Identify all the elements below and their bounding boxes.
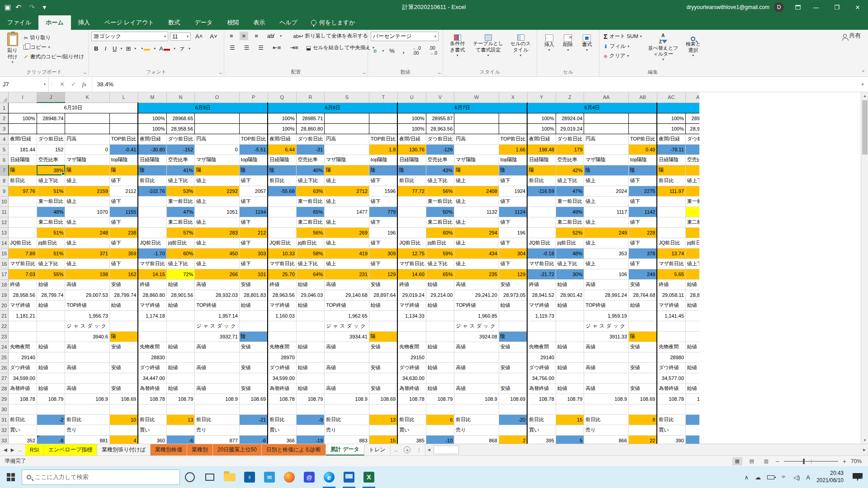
cell-J21[interactable] xyxy=(37,310,65,321)
date-header-1[interactable]: 6月9日 xyxy=(138,103,268,113)
cell-X30[interactable] xyxy=(499,404,527,414)
cell-U26[interactable]: ダウ終値 xyxy=(397,362,426,373)
normal-view-icon[interactable]: ▦ xyxy=(732,457,742,465)
cell-AB31[interactable]: 8 xyxy=(628,414,657,425)
cancel-entry-icon[interactable]: ✕ xyxy=(60,81,65,88)
cell-T18[interactable]: 安値 xyxy=(369,279,397,290)
cell-Q13[interactable] xyxy=(268,227,296,238)
cell-V25[interactable] xyxy=(426,352,454,362)
cell-AC3[interactable]: 100% xyxy=(657,123,685,134)
cell-U11[interactable] xyxy=(397,206,426,217)
zoom-in-icon[interactable]: + xyxy=(843,458,846,465)
cell-AB9[interactable]: 2275 xyxy=(628,186,657,196)
cell-AB8[interactable]: 値下 xyxy=(628,175,657,186)
cell-O30[interactable] xyxy=(195,404,240,414)
cell-AA31[interactable]: 前日比 xyxy=(584,414,629,425)
font-color-icon[interactable]: A xyxy=(156,44,173,53)
cell-O20[interactable]: TOP終値 xyxy=(195,300,240,310)
qat-customize-icon[interactable]: ▾ xyxy=(42,3,46,11)
cell-O5[interactable]: 0 xyxy=(195,144,240,155)
cell-Z4[interactable]: ダウ前日比 xyxy=(556,134,584,144)
cell-Z11[interactable]: 49% xyxy=(556,206,584,217)
cell-AC10[interactable] xyxy=(657,196,685,206)
cell-R13[interactable]: 56% xyxy=(296,227,325,238)
row-header-28[interactable]: 28 xyxy=(0,383,9,394)
sheet-tab-2[interactable]: 業種別張り付けば xyxy=(97,444,151,455)
cell-O22[interactable]: ジャスダック xyxy=(195,321,240,331)
cell-Q20[interactable]: マザ終値 xyxy=(268,300,296,310)
minimize-button[interactable]: — xyxy=(806,0,826,14)
cell-K12[interactable]: 値上 xyxy=(65,217,110,227)
horizontal-scrollbar[interactable]: ◀ ▶ xyxy=(425,444,868,455)
wrap-text-button[interactable]: ab↩折り返して全体を表示する xyxy=(292,32,369,40)
cell-R10[interactable]: 東一前日比 xyxy=(296,196,325,206)
cell-V3[interactable]: 28,963.56 xyxy=(426,123,454,134)
cell-S22[interactable]: ジャスダック xyxy=(325,321,369,331)
cell-V33[interactable]: -10 xyxy=(426,435,454,444)
cell-K19[interactable]: 29,007.53 xyxy=(65,290,110,300)
phonetic-guide-icon[interactable]: ㇷ゚ xyxy=(176,44,188,53)
cell-N14[interactable]: jq前日比 xyxy=(166,238,195,248)
cell-X26[interactable]: 安値 xyxy=(499,362,527,373)
cell-N26[interactable]: 始値 xyxy=(166,362,195,373)
cell-N9[interactable]: 53% xyxy=(166,186,195,196)
cell-T16[interactable]: 値下 xyxy=(369,258,397,269)
cell-X28[interactable]: 安値 xyxy=(499,383,527,394)
cell-AA11[interactable]: 1117 xyxy=(584,206,629,217)
cell-X23[interactable]: 陰 xyxy=(499,331,527,342)
cell-N7[interactable]: 41% xyxy=(166,165,195,175)
cell-L21[interactable] xyxy=(109,310,138,321)
cell-AC22[interactable] xyxy=(657,321,685,331)
row-header-5[interactable]: 5 xyxy=(0,144,9,155)
cell-Z19[interactable]: 28,901.42 xyxy=(556,290,584,300)
cell-T21[interactable] xyxy=(369,310,397,321)
cell-AB5[interactable]: 0.49 xyxy=(628,144,657,155)
cell-I25[interactable]: 29140 xyxy=(9,352,37,362)
cell-N10[interactable]: 東一前日比 xyxy=(166,196,195,206)
cell-W5[interactable] xyxy=(454,144,499,155)
cell-I6[interactable]: 日経陽陰 xyxy=(9,155,37,165)
cell-Y2[interactable]: 100% xyxy=(527,113,556,123)
cell-V12[interactable]: 東二前日比 xyxy=(426,217,454,227)
cell-L22[interactable] xyxy=(109,321,138,331)
row-header-18[interactable]: 18 xyxy=(0,279,9,290)
cell-AC24[interactable]: 先物夜間 xyxy=(657,342,685,352)
cell-K24[interactable]: 高値 xyxy=(65,342,110,352)
row-header-30[interactable]: 30 xyxy=(0,404,9,414)
cell-AB14[interactable]: 値下 xyxy=(628,238,657,248)
cell-V20[interactable]: 始値 xyxy=(426,300,454,310)
col-header-P[interactable]: P xyxy=(239,92,268,103)
underline-button[interactable]: U xyxy=(110,44,119,53)
cell-M32[interactable]: 買い xyxy=(138,425,166,435)
cell-Q4[interactable]: 夜間/日経 xyxy=(268,134,296,144)
cell-N6[interactable]: 空売比率 xyxy=(166,155,195,165)
cell-S4[interactable]: 円高 xyxy=(325,134,369,144)
cell-M8[interactable]: 前日比 xyxy=(138,175,166,186)
cell-J32[interactable] xyxy=(37,425,65,435)
cell-AB32[interactable] xyxy=(628,425,657,435)
cell-V17[interactable]: 65% xyxy=(426,269,454,279)
cell-AA5[interactable] xyxy=(584,144,629,155)
sheet-nav-right-icon[interactable]: ▶ xyxy=(11,447,14,452)
col-header-K[interactable]: K xyxy=(65,92,110,103)
cell-U18[interactable]: 終値 xyxy=(397,279,426,290)
insert-function-icon[interactable]: fx xyxy=(82,81,86,88)
cell-AB30[interactable] xyxy=(628,404,657,414)
cell-S15[interactable]: 419 xyxy=(325,248,369,258)
increase-decimal-icon[interactable]: ←.0.00 xyxy=(410,45,423,56)
cell-R9[interactable]: 63% xyxy=(296,186,325,196)
scroll-up-icon[interactable]: ▲ xyxy=(861,92,868,99)
cell-Y30[interactable] xyxy=(527,404,556,414)
sheet-tab-6[interactable]: 日別と株価による診断 xyxy=(262,444,326,455)
cell-R32[interactable] xyxy=(296,425,325,435)
cell-AB29[interactable]: 108.69 xyxy=(628,394,657,404)
cell-AC9[interactable]: 111.97 xyxy=(657,186,685,196)
cell-M26[interactable]: ダウ終値 xyxy=(138,362,166,373)
cell-O2[interactable] xyxy=(195,113,240,123)
cell-X9[interactable]: 1924 xyxy=(499,186,527,196)
cell-AA13[interactable]: 249 xyxy=(584,227,629,238)
cell-K25[interactable] xyxy=(65,352,110,362)
zoom-slider[interactable] xyxy=(784,461,838,462)
conditional-formatting-button[interactable]: 条件付き書式▾ xyxy=(446,33,469,59)
cell-L20[interactable]: 始値 xyxy=(109,300,138,310)
